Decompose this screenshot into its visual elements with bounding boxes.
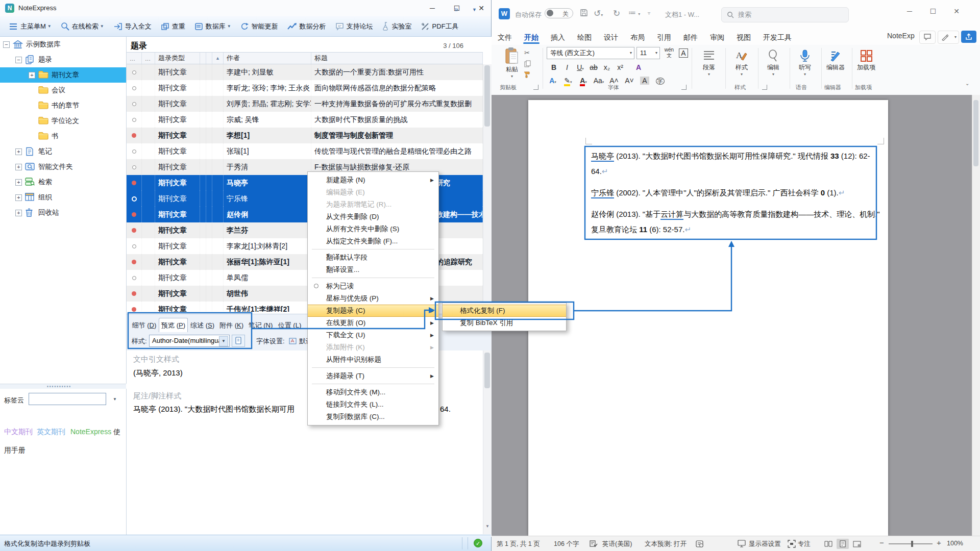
expand-icon[interactable]: + bbox=[15, 210, 22, 216]
color-button-shade[interactable]: A bbox=[639, 74, 651, 87]
ribbon-tab-引用[interactable]: 引用 bbox=[651, 31, 677, 44]
format-button-strike[interactable]: ab bbox=[587, 61, 600, 73]
color-button-hl[interactable]: ✎▾ bbox=[562, 74, 574, 87]
ribbon-tab-视图[interactable]: 视图 bbox=[730, 31, 757, 44]
read-status-icon[interactable] bbox=[132, 149, 136, 154]
zoom-percentage[interactable]: 100% bbox=[947, 540, 963, 547]
ribbon-tab-绘图[interactable]: 绘图 bbox=[571, 31, 598, 44]
prediction-icon[interactable] bbox=[696, 540, 704, 548]
toolbar-item-0[interactable]: 主菜单M▼ bbox=[4, 19, 56, 34]
ribbon-button-加载项[interactable]: 加载项 bbox=[852, 47, 880, 81]
menu-item-5[interactable]: 从指定文件夹删除 (F)... bbox=[308, 235, 438, 247]
chevron-down-icon[interactable]: ▼ bbox=[219, 336, 228, 346]
toolbar-options-icon[interactable]: ▿ bbox=[648, 10, 650, 16]
reference-row-4[interactable]: 期刊文章李想[1]制度管理与制度创新管理 bbox=[127, 128, 483, 143]
text-prediction-indicator[interactable]: 文本预测: 打开 bbox=[645, 540, 687, 548]
read-status-icon[interactable] bbox=[132, 102, 136, 106]
ribbon-tab-开发工具[interactable]: 开发工具 bbox=[757, 31, 798, 44]
detail-tab-2[interactable]: 综述 (S) bbox=[188, 318, 217, 333]
toolbar-item-8[interactable]: 实验室 bbox=[378, 19, 416, 34]
ribbon-button-编辑[interactable]: 编辑▾ bbox=[759, 47, 788, 81]
close-button[interactable]: ✕ bbox=[948, 5, 965, 17]
toolbar-item-6[interactable]: 数据分析 bbox=[283, 19, 331, 34]
ribbon-tab-插入[interactable]: 插入 bbox=[545, 31, 571, 44]
autosave-toggle[interactable]: 关 bbox=[545, 8, 573, 18]
color-button-circle[interactable]: 字 bbox=[654, 74, 666, 87]
menu-item-1[interactable]: 编辑题录 (E) bbox=[308, 186, 438, 198]
detail-tab-3[interactable]: 附件 (K) bbox=[217, 318, 246, 333]
ribbon-tab-文件[interactable]: 文件 bbox=[492, 31, 518, 44]
column-header-7[interactable]: 标题 bbox=[311, 53, 483, 64]
menu-item-4[interactable]: 从所有文件夹中删除 (S) bbox=[308, 223, 438, 235]
column-header-2[interactable]: 题录类型 bbox=[155, 53, 200, 64]
paste-button[interactable]: 粘贴▾ bbox=[502, 47, 522, 79]
tag-link-3[interactable]: 使 bbox=[113, 428, 120, 437]
format-button-x²[interactable]: x² bbox=[614, 61, 626, 73]
format-button-underline[interactable]: U▾ bbox=[574, 61, 586, 73]
color-button-Aa[interactable]: Aa▾ bbox=[593, 74, 605, 87]
reference-row-1[interactable]: 期刊文章李昕龙; 张玲; 李坤; 王永炎面向物联网传感器信息的数据分配策略 bbox=[127, 80, 483, 96]
menu-item-7[interactable]: 翻译默认字段 bbox=[308, 252, 438, 264]
phonetic-guide-icon[interactable]: wén文 bbox=[663, 47, 675, 59]
tag-filter-input[interactable] bbox=[29, 393, 106, 405]
read-status-icon[interactable] bbox=[132, 244, 136, 248]
detail-tab-0[interactable]: 细节 (D) bbox=[130, 318, 159, 333]
undo-icon[interactable]: ↺▾ bbox=[594, 8, 603, 19]
cut-icon[interactable]: ✂ bbox=[524, 49, 530, 57]
detail-tab-1[interactable]: 预览 (P) bbox=[159, 318, 188, 333]
sidebar-item-2[interactable]: +期刊文章 bbox=[0, 67, 126, 83]
color-button-fontcolor[interactable]: A▾ bbox=[577, 74, 590, 87]
sidebar-item-10[interactable]: +组织 bbox=[0, 190, 126, 205]
detail-tab-5[interactable]: 位置 (L) bbox=[275, 318, 304, 333]
styles-launcher-icon[interactable] bbox=[762, 85, 767, 90]
web-layout-icon[interactable] bbox=[851, 539, 863, 549]
color-button-A˅[interactable]: A˅ bbox=[623, 74, 635, 87]
sidebar-item-0[interactable]: −示例数据库 bbox=[0, 37, 126, 52]
zoom-slider[interactable] bbox=[889, 543, 933, 544]
noteexpress-addin-label[interactable]: NoteExp bbox=[887, 32, 915, 40]
ribbon-tab-设计[interactable]: 设计 bbox=[598, 31, 624, 44]
format-button-italic[interactable]: I bbox=[561, 61, 573, 73]
menu-item-20[interactable]: 移动到文件夹 (M)... bbox=[308, 386, 438, 398]
reference-row-0[interactable]: 期刊文章李建中; 刘显敏大数据的一个重要方面:数据可用性 bbox=[127, 64, 483, 80]
ribbon-tab-布局[interactable]: 布局 bbox=[624, 31, 651, 44]
font-launcher-icon[interactable] bbox=[681, 85, 687, 90]
menu-item-15[interactable]: 添加附件 (K)▶ bbox=[308, 341, 438, 354]
font-name-select[interactable]: 等线 (西文正文)▾ bbox=[547, 47, 634, 59]
focus-label[interactable]: 专注 bbox=[798, 540, 811, 548]
column-header-0[interactable]: ... bbox=[127, 53, 142, 64]
minimize-button[interactable]: ─ bbox=[424, 2, 441, 14]
column-header-5[interactable]: ▲ bbox=[212, 53, 224, 64]
zoom-in-button[interactable]: + bbox=[937, 538, 941, 547]
menu-item-2[interactable]: 为题录新增笔记 (R)... bbox=[308, 198, 438, 211]
toolbar-item-9[interactable]: PDF工具 bbox=[416, 19, 463, 34]
read-status-icon[interactable] bbox=[132, 181, 136, 185]
menu-item-11[interactable]: 星标与优先级 (P)▶ bbox=[308, 292, 438, 305]
sidebar-item-1[interactable]: −题录 bbox=[0, 52, 126, 67]
list-header[interactable]: ......题录类型▲作者标题 bbox=[127, 52, 483, 64]
reference-row-2[interactable]: 期刊文章刘厚贵; 邢晶; 霍志刚; 安学军一种支持海量数据备份的可扩展分布式重复… bbox=[127, 96, 483, 112]
sidebar-item-8[interactable]: +智能文件夹 bbox=[0, 159, 126, 174]
ribbon-button-听写[interactable]: 听写▾ bbox=[791, 47, 819, 81]
menu-item-22[interactable]: 复制到数据库 (C)... bbox=[308, 411, 438, 423]
toolbar-item-4[interactable]: 数据库▼ bbox=[190, 19, 236, 34]
expand-icon[interactable]: + bbox=[29, 72, 35, 79]
detail-tab-4[interactable]: 笔记 (N) bbox=[246, 318, 275, 333]
tag-link-4[interactable]: 用手册 bbox=[4, 446, 26, 455]
zoom-slider-thumb[interactable] bbox=[911, 541, 913, 547]
read-status-icon[interactable] bbox=[132, 165, 136, 169]
search-box[interactable]: 搜索 bbox=[721, 7, 849, 22]
toolbar-item-7[interactable]: 支持论坛 bbox=[331, 19, 378, 34]
collapse-ribbon-icon[interactable]: ⌄ bbox=[965, 81, 969, 86]
sidebar-item-3[interactable]: 会议 bbox=[0, 83, 126, 98]
sidebar-item-11[interactable]: +回收站 bbox=[0, 205, 126, 220]
read-status-icon[interactable] bbox=[132, 133, 136, 138]
expand-icon[interactable]: + bbox=[15, 179, 22, 186]
share-button[interactable] bbox=[961, 31, 976, 43]
menu-item-10[interactable]: 标为已读 bbox=[308, 280, 438, 292]
read-status-icon[interactable] bbox=[132, 118, 136, 122]
column-header-4[interactable] bbox=[206, 53, 212, 64]
maximize-button[interactable]: ☐ bbox=[924, 5, 942, 17]
ribbon-button-段落[interactable]: 段落▾ bbox=[695, 47, 723, 81]
list-scrollbar[interactable] bbox=[483, 64, 492, 312]
